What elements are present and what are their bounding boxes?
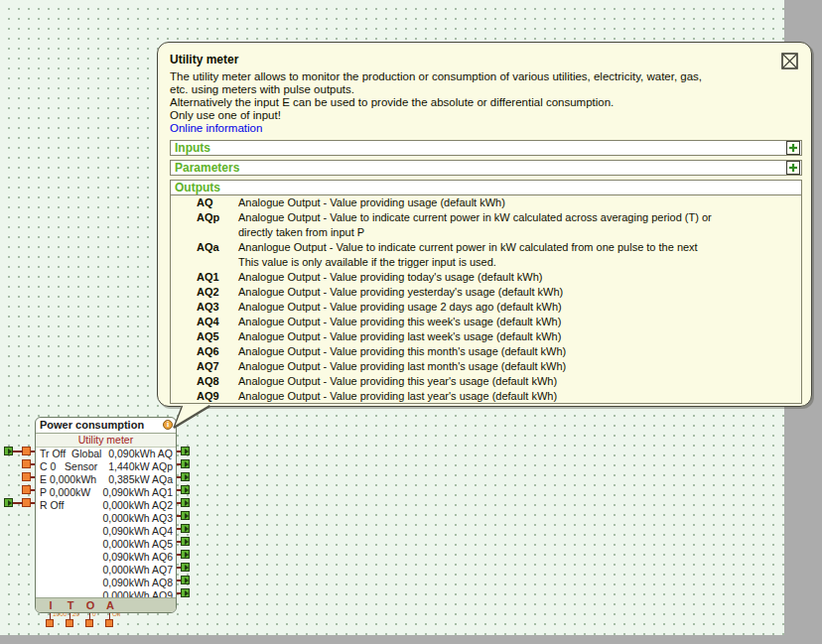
window-edge-bottom	[0, 635, 822, 644]
output-term: AQ4	[197, 315, 238, 329]
section-inputs-label: Inputs	[175, 141, 210, 155]
output-doc-row: AQaAnanlogue Output - Value to indicate …	[171, 240, 801, 270]
help-tooltip: Utility meter The utility meter allows t…	[157, 42, 812, 407]
output-doc-row: AQ1Analogue Output - Value providing tod…	[171, 270, 801, 285]
block-subtitle: Utility meter	[36, 434, 176, 448]
input-pin-Tr[interactable]	[22, 447, 31, 455]
block-row: 0,090kWh AQ6	[36, 551, 176, 564]
section-outputs[interactable]: Outputs	[170, 180, 802, 195]
input-source-pin-R[interactable]	[4, 498, 13, 507]
param-letter-O: O	[86, 598, 95, 612]
block-output-label: 0,090kWh AQ	[108, 448, 173, 460]
section-inputs[interactable]: Inputs	[170, 140, 802, 156]
block-output-label: 0,000kWh AQ7	[102, 564, 173, 577]
block-row: 0,090kWh AQ8	[36, 577, 176, 589]
tooltip-title: Utility meter	[170, 53, 802, 66]
output-pin-AQ9[interactable]	[181, 588, 190, 597]
block-parameter-footer: ITOA	[36, 597, 176, 612]
wire	[12, 502, 23, 504]
output-doc-row: AQ3Analogue Output - Value providing usa…	[171, 300, 801, 315]
online-information-link[interactable]: Online information	[170, 122, 802, 135]
output-pin-AQ2[interactable]	[181, 498, 190, 507]
output-pin-AQ7[interactable]	[181, 563, 190, 572]
output-term: AQ7	[197, 359, 238, 374]
output-term: AQ2	[197, 285, 238, 300]
output-description: Ananlogue Output - Value to indicate cur…	[238, 240, 801, 270]
block-body: Tr Off Global0,090kWh AQC 0 Sensor1,440k…	[36, 448, 176, 602]
output-pin-AQ1[interactable]	[181, 485, 190, 494]
section-parameters[interactable]: Parameters	[170, 160, 802, 176]
input-pin-R[interactable]	[22, 498, 31, 507]
output-description: Analogue Output - Value providing last m…	[238, 359, 801, 374]
input-pin-E[interactable]	[22, 472, 31, 481]
section-parameters-label: Parameters	[175, 161, 239, 175]
block-output-label: 1,440kW AQp	[108, 460, 173, 473]
block-row: 0,090kWh AQ4	[36, 525, 176, 538]
block-output-label: 0,385kW AQa	[108, 473, 173, 486]
param-pin-O[interactable]	[85, 619, 93, 627]
block-row: 0,000kWh AQ7	[36, 564, 176, 577]
output-term: AQ8	[197, 374, 238, 389]
output-pin-AQ5[interactable]	[181, 537, 190, 546]
input-pin-C[interactable]	[22, 459, 31, 468]
function-block-power-consumption[interactable]: Power consumption i Utility meter Tr Off…	[35, 417, 177, 613]
block-row: 0,000kWh AQ5	[36, 538, 176, 551]
output-pin-AQ8[interactable]	[181, 576, 190, 584]
output-doc-row: AQ6Analogue Output - Value providing thi…	[171, 344, 801, 359]
block-output-label: 0,090kWh AQ4	[102, 525, 173, 538]
output-description: Analogue Output - Value providing last y…	[238, 389, 801, 404]
block-row: P 0,000kW0,090kWh AQ1	[36, 486, 176, 499]
param-letter-I: I	[49, 598, 52, 612]
output-term: AQ9	[197, 389, 238, 404]
block-input-label: R Off	[40, 499, 64, 512]
block-output-label: 0,090kWh AQ8	[102, 577, 173, 589]
param-pin-T[interactable]	[66, 619, 73, 627]
output-doc-row: AQ2Analogue Output - Value providing yes…	[171, 285, 801, 300]
output-doc-row: AQ5Analogue Output - Value providing las…	[171, 329, 801, 344]
output-description: Analogue Output - Value providing last w…	[238, 329, 801, 344]
param-letter-A: A	[106, 598, 114, 612]
param-letter-T: T	[68, 598, 74, 612]
block-row: E 0,000kWh0,385kW AQa	[36, 473, 176, 486]
output-pin-AQ6[interactable]	[181, 550, 190, 559]
output-doc-row: AQ9Analogue Output - Value providing las…	[171, 389, 801, 404]
output-description: Analogue Output - Value providing today'…	[238, 270, 801, 285]
output-term: AQ	[197, 195, 238, 210]
outputs-doc-list: AQAnalogue Output - Value providing usag…	[170, 195, 802, 404]
output-pin-AQ3[interactable]	[181, 511, 190, 520]
output-description: Analogue Output - Value to indicate curr…	[238, 210, 801, 240]
block-row: 0,000kWh AQ3	[36, 512, 176, 525]
output-term: AQ6	[197, 344, 238, 359]
output-description: Analogue Output - Value providing this w…	[238, 315, 801, 329]
section-outputs-label: Outputs	[175, 181, 220, 194]
output-doc-row: AQAnalogue Output - Value providing usag…	[171, 195, 801, 210]
block-row: C 0 Sensor1,440kW AQp	[36, 460, 176, 473]
block-input-label: E 0,000kWh	[40, 473, 96, 486]
block-output-label: 0,090kWh AQ1	[102, 486, 173, 499]
output-term: AQa	[197, 240, 238, 270]
close-icon[interactable]	[781, 53, 798, 69]
block-row: R Off0,000kWh AQ2	[36, 499, 176, 512]
output-description: Analogue Output - Value providing usage …	[238, 300, 801, 315]
block-input-label: C 0 Sensor	[40, 460, 97, 473]
block-input-label: Tr Off Global	[40, 448, 101, 460]
param-pin-I[interactable]	[46, 619, 54, 627]
expand-plus-icon[interactable]	[786, 141, 800, 155]
block-header: Power consumption i	[36, 418, 176, 434]
block-title: Power consumption	[40, 419, 144, 431]
output-description: Analogue Output - Value providing usage …	[238, 195, 801, 210]
info-icon[interactable]: i	[163, 420, 173, 430]
input-pin-P[interactable]	[22, 485, 31, 494]
block-row: Tr Off Global0,090kWh AQ	[36, 448, 176, 460]
output-pin-AQp[interactable]	[181, 459, 190, 468]
output-pin-AQ4[interactable]	[181, 524, 190, 533]
block-output-label: 0,090kWh AQ6	[102, 551, 173, 564]
param-pin-A[interactable]	[105, 619, 113, 627]
output-term: AQ3	[197, 300, 238, 315]
output-pin-AQa[interactable]	[181, 472, 190, 481]
input-source-pin-Tr[interactable]	[4, 447, 13, 455]
output-term: AQ1	[197, 270, 238, 285]
workspace: Power consumption i Utility meter Tr Off…	[0, 0, 822, 644]
expand-plus-icon[interactable]	[786, 161, 800, 175]
output-pin-AQ[interactable]	[181, 447, 190, 455]
